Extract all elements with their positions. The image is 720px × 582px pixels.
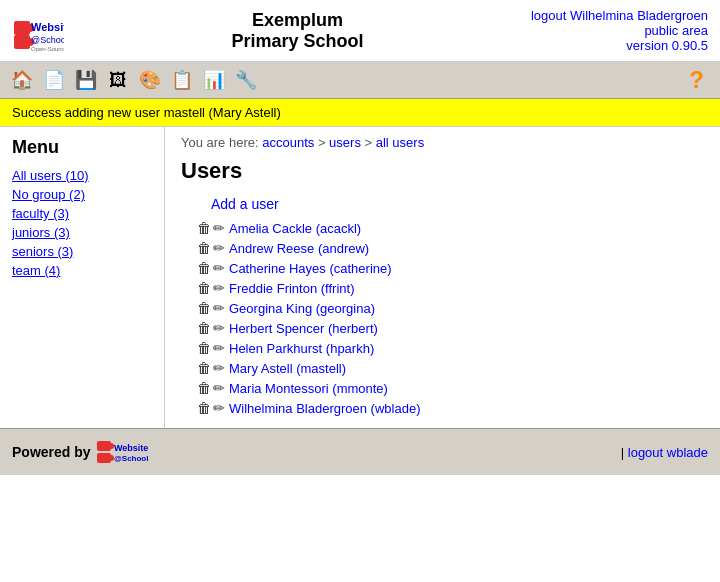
delete-icon[interactable]: 🗑 xyxy=(197,260,211,276)
user-list-item: 🗑 ✏ Catherine Hayes (catherine) xyxy=(181,260,704,276)
svg-text:@School: @School xyxy=(114,454,148,463)
svg-text:Website: Website xyxy=(31,21,64,33)
user-list-item: 🗑 ✏ Freddie Frinton (ffrint) xyxy=(181,280,704,296)
logo-area: Website @School Open-Source CMS for Scho… xyxy=(12,9,64,53)
you-are-here-label: You are here: xyxy=(181,135,259,150)
site-title: Exemplum Primary School xyxy=(64,10,531,52)
success-message: Success adding new user mastell (Mary As… xyxy=(12,105,281,120)
footer: Powered by Website @School | logout wbla… xyxy=(0,428,720,475)
user-item-icons: 🗑 ✏ xyxy=(197,320,225,336)
page-icon[interactable]: 📄 xyxy=(40,66,68,94)
user-link[interactable]: Mary Astell (mastell) xyxy=(229,361,346,376)
delete-icon[interactable]: 🗑 xyxy=(197,240,211,256)
user-link[interactable]: Andrew Reese (andrew) xyxy=(229,241,369,256)
user-link[interactable]: Herbert Spencer (herbert) xyxy=(229,321,378,336)
header: Website @School Open-Source CMS for Scho… xyxy=(0,0,720,62)
edit-icon[interactable]: ✏ xyxy=(213,380,225,396)
sidebar-title: Menu xyxy=(12,137,152,158)
delete-icon[interactable]: 🗑 xyxy=(197,280,211,296)
user-list-item: 🗑 ✏ Helen Parkhurst (hparkh) xyxy=(181,340,704,356)
user-link[interactable]: Maria Montessori (mmonte) xyxy=(229,381,388,396)
powered-by-label: Powered by xyxy=(12,444,91,460)
user-item-icons: 🗑 ✏ xyxy=(197,280,225,296)
edit-icon[interactable]: ✏ xyxy=(213,220,225,236)
user-item-icons: 🗑 ✏ xyxy=(197,220,225,236)
svg-text:Website: Website xyxy=(114,443,148,453)
main-layout: Menu All users (10) No group (2) faculty… xyxy=(0,127,720,428)
image-icon[interactable]: 🖼 xyxy=(104,66,132,94)
delete-icon[interactable]: 🗑 xyxy=(197,220,211,236)
sidebar-item-no-group[interactable]: No group (2) xyxy=(12,187,152,202)
edit-icon[interactable]: ✏ xyxy=(213,260,225,276)
user-item-icons: 🗑 ✏ xyxy=(197,380,225,396)
edit-icon[interactable]: ✏ xyxy=(213,240,225,256)
delete-icon[interactable]: 🗑 xyxy=(197,320,211,336)
delete-icon[interactable]: 🗑 xyxy=(197,360,211,376)
user-item-icons: 🗑 ✏ xyxy=(197,400,225,416)
settings-icon[interactable]: 🔧 xyxy=(232,66,260,94)
save-icon[interactable]: 💾 xyxy=(72,66,100,94)
user-link[interactable]: Amelia Cackle (acackl) xyxy=(229,221,361,236)
toolbar: 🏠 📄 💾 🖼 🎨 📋 📊 🔧 ? xyxy=(0,62,720,99)
user-list: 🗑 ✏ Amelia Cackle (acackl) 🗑 ✏ Andrew Re… xyxy=(181,220,704,416)
breadcrumb-accounts[interactable]: accounts xyxy=(262,135,314,150)
user-link[interactable]: Catherine Hayes (catherine) xyxy=(229,261,392,276)
sidebar: Menu All users (10) No group (2) faculty… xyxy=(0,127,165,428)
user-list-item: 🗑 ✏ Andrew Reese (andrew) xyxy=(181,240,704,256)
home-icon[interactable]: 🏠 xyxy=(8,66,36,94)
logo-puzzle-icon: Website @School Open-Source CMS for Scho… xyxy=(12,9,64,53)
sidebar-item-all-users[interactable]: All users (10) xyxy=(12,168,152,183)
sidebar-item-seniors[interactable]: seniors (3) xyxy=(12,244,152,259)
page-title: Users xyxy=(181,158,704,184)
delete-icon[interactable]: 🗑 xyxy=(197,400,211,416)
user-list-item: 🗑 ✏ Herbert Spencer (herbert) xyxy=(181,320,704,336)
user-list-item: 🗑 ✏ Mary Astell (mastell) xyxy=(181,360,704,376)
breadcrumb-users[interactable]: users xyxy=(329,135,361,150)
svg-text:Open-Source CMS for Schools: Open-Source CMS for Schools xyxy=(31,46,64,52)
user-item-icons: 🗑 ✏ xyxy=(197,300,225,316)
breadcrumb-all-users[interactable]: all users xyxy=(376,135,424,150)
user-link[interactable]: Wilhelmina Bladergroen (wblade) xyxy=(229,401,420,416)
chart-icon[interactable]: 📊 xyxy=(200,66,228,94)
version-label: version 0.90.5 xyxy=(626,38,708,53)
breadcrumb: You are here: accounts > users > all use… xyxy=(181,135,704,150)
delete-icon[interactable]: 🗑 xyxy=(197,380,211,396)
user-item-icons: 🗑 ✏ xyxy=(197,340,225,356)
edit-icon[interactable]: ✏ xyxy=(213,400,225,416)
footer-powered-by: Powered by Website @School xyxy=(12,437,197,467)
user-item-icons: 🗑 ✏ xyxy=(197,260,225,276)
edit-icon[interactable]: ✏ xyxy=(213,360,225,376)
add-user-link[interactable]: Add a user xyxy=(211,196,704,212)
footer-logo: Website @School xyxy=(97,437,197,467)
help-button[interactable]: ? xyxy=(689,66,712,94)
edit-icon[interactable]: ✏ xyxy=(213,340,225,356)
footer-right: | logout wblade xyxy=(621,445,708,460)
svg-text:@School: @School xyxy=(31,35,64,45)
user-list-item: 🗑 ✏ Georgina King (georgina) xyxy=(181,300,704,316)
footer-logout-link[interactable]: logout wblade xyxy=(628,445,708,460)
user-item-icons: 🗑 ✏ xyxy=(197,240,225,256)
user-link[interactable]: Helen Parkhurst (hparkh) xyxy=(229,341,374,356)
sidebar-item-team[interactable]: team (4) xyxy=(12,263,152,278)
edit-icon[interactable]: ✏ xyxy=(213,280,225,296)
user-link[interactable]: Georgina King (georgina) xyxy=(229,301,375,316)
user-item-icons: 🗑 ✏ xyxy=(197,360,225,376)
palette-icon[interactable]: 🎨 xyxy=(136,66,164,94)
sidebar-item-faculty[interactable]: faculty (3) xyxy=(12,206,152,221)
content-area: You are here: accounts > users > all use… xyxy=(165,127,720,428)
public-area-label: public area xyxy=(644,23,708,38)
logout-area: logout Wilhelmina Bladergroen public are… xyxy=(531,8,708,53)
toolbar-icons: 🏠 📄 💾 🖼 🎨 📋 📊 🔧 xyxy=(8,66,260,94)
user-link[interactable]: Freddie Frinton (ffrint) xyxy=(229,281,354,296)
delete-icon[interactable]: 🗑 xyxy=(197,340,211,356)
edit-icon[interactable]: ✏ xyxy=(213,320,225,336)
sidebar-item-juniors[interactable]: juniors (3) xyxy=(12,225,152,240)
logout-link[interactable]: logout Wilhelmina Bladergroen xyxy=(531,8,708,23)
footer-logo-svg: Website @School xyxy=(97,437,197,467)
success-bar: Success adding new user mastell (Mary As… xyxy=(0,99,720,127)
checklist-icon[interactable]: 📋 xyxy=(168,66,196,94)
delete-icon[interactable]: 🗑 xyxy=(197,300,211,316)
user-list-item: 🗑 ✏ Maria Montessori (mmonte) xyxy=(181,380,704,396)
edit-icon[interactable]: ✏ xyxy=(213,300,225,316)
user-list-item: 🗑 ✏ Wilhelmina Bladergroen (wblade) xyxy=(181,400,704,416)
